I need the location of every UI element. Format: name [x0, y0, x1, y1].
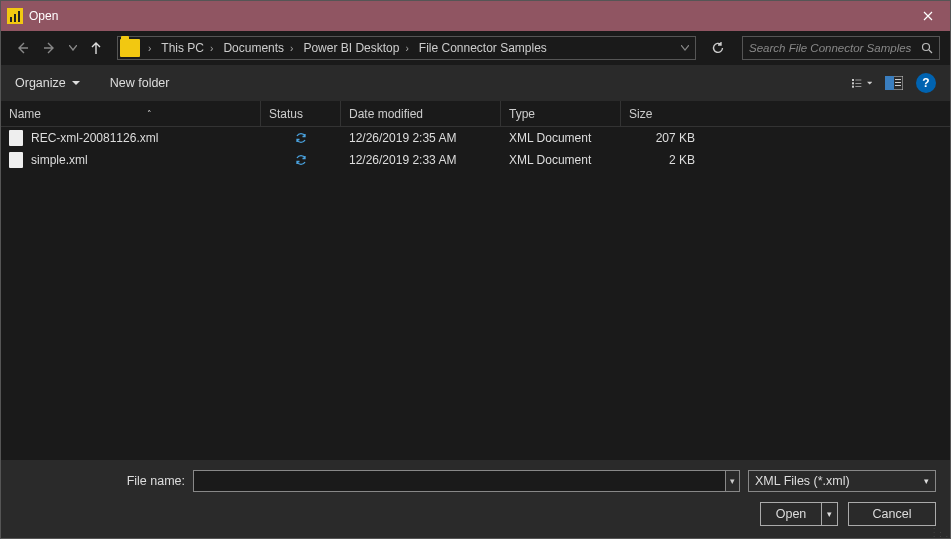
open-split-button[interactable]: ▾ [821, 503, 837, 525]
column-header-type[interactable]: Type [501, 101, 621, 126]
sync-icon [294, 153, 308, 167]
svg-rect-3 [852, 82, 854, 84]
sync-icon [294, 131, 308, 145]
column-header-status[interactable]: Status [261, 101, 341, 126]
breadcrumb-item[interactable]: File Connector Samples [415, 41, 551, 55]
file-icon [9, 152, 23, 168]
file-name-history-button[interactable]: ▾ [726, 470, 740, 492]
refresh-button[interactable] [706, 41, 730, 55]
breadcrumb-item[interactable]: Documents› [219, 41, 297, 55]
svg-rect-4 [855, 83, 861, 84]
svg-rect-6 [855, 86, 861, 87]
title-bar: Open [1, 1, 950, 31]
svg-rect-5 [852, 86, 854, 88]
file-list: REC-xml-20081126.xml 12/26/2019 2:35 AM … [1, 127, 950, 460]
open-button[interactable]: Open ▾ [760, 502, 838, 526]
new-folder-button[interactable]: New folder [110, 76, 170, 90]
file-name-label: File name: [15, 474, 185, 488]
back-button[interactable] [11, 37, 33, 59]
file-name-input[interactable] [193, 470, 726, 492]
forward-button[interactable] [39, 37, 61, 59]
file-type: XML Document [509, 131, 591, 145]
bottom-pane: File name: ▾ XML Files (*.xml) ▾ Open ▾ … [1, 460, 950, 538]
file-type: XML Document [509, 153, 591, 167]
svg-rect-8 [885, 76, 894, 90]
column-header-date[interactable]: Date modified [341, 101, 501, 126]
svg-point-0 [923, 44, 930, 51]
breadcrumb-sep[interactable]: › [144, 43, 155, 54]
preview-pane-button[interactable] [884, 73, 904, 93]
file-row[interactable]: REC-xml-20081126.xml 12/26/2019 2:35 AM … [1, 127, 950, 149]
svg-rect-2 [855, 80, 861, 81]
help-button[interactable]: ? [916, 73, 936, 93]
svg-rect-1 [852, 79, 854, 81]
search-input[interactable]: Search File Connector Samples [742, 36, 940, 60]
file-date: 12/26/2019 2:35 AM [349, 131, 456, 145]
breadcrumb-item[interactable]: Power BI Desktop› [299, 41, 412, 55]
column-header-row: Name ˄ Status Date modified Type Size [1, 101, 950, 127]
file-icon [9, 130, 23, 146]
cancel-button[interactable]: Cancel [848, 502, 936, 526]
close-button[interactable] [905, 1, 950, 31]
breadcrumb-item[interactable]: This PC› [157, 41, 217, 55]
file-date: 12/26/2019 2:33 AM [349, 153, 456, 167]
file-size: 2 KB [669, 153, 695, 167]
toolbar: Organize New folder [1, 65, 950, 101]
view-options-button[interactable] [852, 73, 872, 93]
address-history-button[interactable] [677, 45, 693, 51]
column-header-name[interactable]: Name ˄ [1, 101, 261, 126]
file-type-filter[interactable]: XML Files (*.xml) ▾ [748, 470, 936, 492]
window-title: Open [29, 9, 58, 23]
svg-rect-11 [895, 85, 901, 86]
folder-icon [120, 39, 140, 57]
nav-bar: › This PC› Documents› Power BI Desktop› … [1, 31, 950, 65]
address-bar[interactable]: › This PC› Documents› Power BI Desktop› … [117, 36, 696, 60]
up-button[interactable] [85, 37, 107, 59]
file-row[interactable]: simple.xml 12/26/2019 2:33 AM XML Docume… [1, 149, 950, 171]
svg-rect-9 [895, 79, 901, 80]
app-icon [7, 8, 23, 24]
file-name: REC-xml-20081126.xml [31, 131, 158, 145]
sort-indicator-icon: ˄ [147, 109, 152, 119]
column-header-size[interactable]: Size [621, 101, 711, 126]
search-placeholder: Search File Connector Samples [749, 42, 911, 54]
recent-locations-button[interactable] [67, 37, 79, 59]
file-name: simple.xml [31, 153, 88, 167]
organize-button[interactable]: Organize [15, 76, 80, 90]
file-size: 207 KB [656, 131, 695, 145]
svg-rect-10 [895, 82, 901, 83]
resize-grip[interactable]: .. .. . . [933, 525, 949, 537]
search-icon [921, 42, 933, 54]
